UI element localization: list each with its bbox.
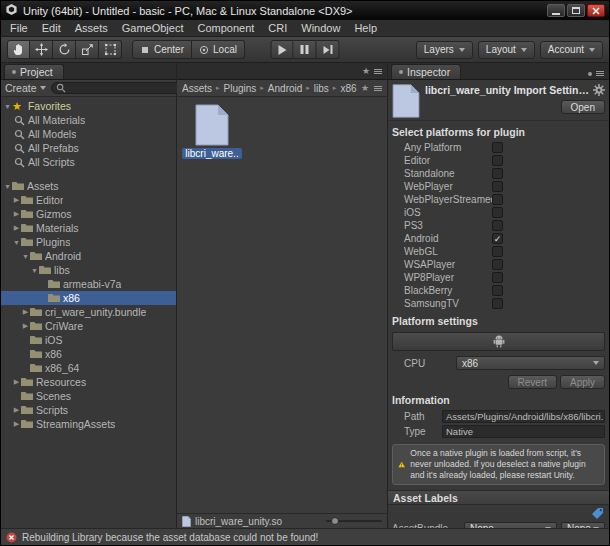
expand-arrow-icon[interactable] [12,406,21,414]
panel-menu-icon[interactable] [374,69,382,74]
expand-arrow-icon[interactable] [21,322,30,330]
favorites-item[interactable]: All Models [1,127,176,141]
menu-item[interactable]: GameObject [115,20,191,36]
tree-item[interactable]: Resources [1,375,176,389]
menu-item[interactable]: Component [190,20,261,36]
scale-tool-button[interactable] [76,40,99,59]
expand-arrow-icon[interactable] [12,420,21,428]
expand-arrow-icon[interactable] [21,308,30,316]
favorite-star-icon[interactable] [362,66,370,76]
asset-grid[interactable]: libcri_ware.. [177,97,387,513]
favorites-header[interactable]: Favorites [1,99,176,113]
zoom-slider[interactable] [326,520,382,522]
type-value[interactable]: Native [442,425,605,438]
layout-dropdown[interactable]: Layout [478,41,535,59]
platform-checkbox[interactable] [492,233,503,244]
tree-item[interactable]: libs [1,263,176,277]
tree-item[interactable]: iOS [1,333,176,347]
expand-arrow-icon[interactable] [30,267,39,274]
rotate-tool-button[interactable] [53,40,76,59]
menu-item[interactable]: Edit [35,20,68,36]
platform-checkbox[interactable] [492,272,503,283]
favorites-item[interactable]: All Prefabs [1,141,176,155]
tree-item[interactable]: cri_ware_unity.bundle [1,305,176,319]
space-mode-button[interactable]: Local [192,40,245,59]
expand-arrow-icon[interactable] [3,103,12,110]
breadcrumb-item[interactable]: x86 [340,83,356,94]
platform-checkbox[interactable] [492,181,503,192]
platform-checkbox[interactable] [492,220,503,231]
hand-tool-button[interactable] [7,40,30,59]
breadcrumb-item[interactable]: Assets [182,83,212,94]
tree-item[interactable]: armeabi-v7a [1,277,176,291]
expand-arrow-icon[interactable] [12,210,21,218]
tree-item[interactable]: Editor [1,193,176,207]
menu-item[interactable]: CRI [261,20,294,36]
tree-item[interactable]: Scenes [1,389,176,403]
lock-icon[interactable] [588,72,592,76]
tree-item[interactable]: StreamingAssets [1,417,176,431]
layers-dropdown[interactable]: Layers [416,41,473,59]
expand-arrow-icon[interactable] [12,378,21,386]
platform-checkbox[interactable] [492,142,503,153]
account-dropdown[interactable]: Account [540,41,603,59]
expand-arrow-icon[interactable] [12,196,21,204]
tree-item[interactable]: x86 [1,291,176,305]
platform-settings-tab-android[interactable] [392,332,605,351]
rect-tool-button[interactable] [99,40,122,59]
platform-checkbox[interactable] [492,207,503,218]
minimize-button[interactable] [547,4,565,17]
pivot-mode-button[interactable]: Center [132,40,192,59]
tree-item[interactable]: Scripts [1,403,176,417]
tree-item[interactable]: Gizmos [1,207,176,221]
open-button[interactable]: Open [561,100,605,114]
play-button[interactable] [271,40,294,59]
path-value[interactable]: Assets/Plugins/Android/libs/x86/libcri. [442,410,605,423]
platform-checkbox[interactable] [492,259,503,270]
expand-arrow-icon[interactable] [12,239,21,246]
step-button[interactable] [317,40,340,59]
tree-item[interactable]: x86_64 [1,361,176,375]
apply-button[interactable]: Apply [560,375,605,389]
status-bar[interactable]: Rebuilding Library because the asset dat… [1,528,609,545]
expand-arrow-icon[interactable] [3,183,12,190]
menu-item[interactable]: File [3,20,35,36]
panel-menu-icon[interactable] [374,86,382,91]
platform-checkbox[interactable] [492,155,503,166]
favorite-star-icon[interactable] [361,83,369,93]
favorites-item[interactable]: All Materials [1,113,176,127]
revert-button[interactable]: Revert [508,375,557,389]
favorites-item[interactable]: All Scripts [1,155,176,169]
cpu-dropdown[interactable]: x86 [456,356,605,370]
platform-checkbox[interactable] [492,246,503,257]
zoom-slider-thumb[interactable] [331,517,339,525]
tab-project[interactable]: Project [4,64,64,79]
tree-item[interactable]: Android [1,249,176,263]
platform-checkbox[interactable] [492,168,503,179]
tree-item[interactable]: CriWare [1,319,176,333]
close-button[interactable] [587,4,605,17]
platform-checkbox[interactable] [492,194,503,205]
gear-icon[interactable] [593,84,605,96]
move-tool-button[interactable] [30,40,53,59]
tree-item[interactable]: Plugins [1,235,176,249]
breadcrumb-item[interactable]: Plugins [224,83,257,94]
breadcrumb-item[interactable]: Android [268,83,302,94]
maximize-button[interactable] [567,4,585,17]
platform-checkbox[interactable] [492,298,503,309]
menu-item[interactable]: Assets [68,20,115,36]
asset-tile[interactable]: libcri_ware.. [185,104,239,159]
breadcrumb-item[interactable]: libs [314,83,329,94]
tree-item[interactable]: x86 [1,347,176,361]
create-button[interactable]: Create [5,82,46,94]
tree-item[interactable]: Materials [1,221,176,235]
pause-button[interactable] [294,40,317,59]
platform-checkbox[interactable] [492,285,503,296]
menu-item[interactable]: Help [347,20,384,36]
tree-item[interactable]: Assets [1,179,176,193]
expand-arrow-icon[interactable] [12,224,21,232]
expand-arrow-icon[interactable] [21,253,30,260]
tab-inspector[interactable]: Inspector [391,64,461,79]
menu-item[interactable]: Window [294,20,347,36]
label-tag-icon[interactable] [591,507,604,520]
